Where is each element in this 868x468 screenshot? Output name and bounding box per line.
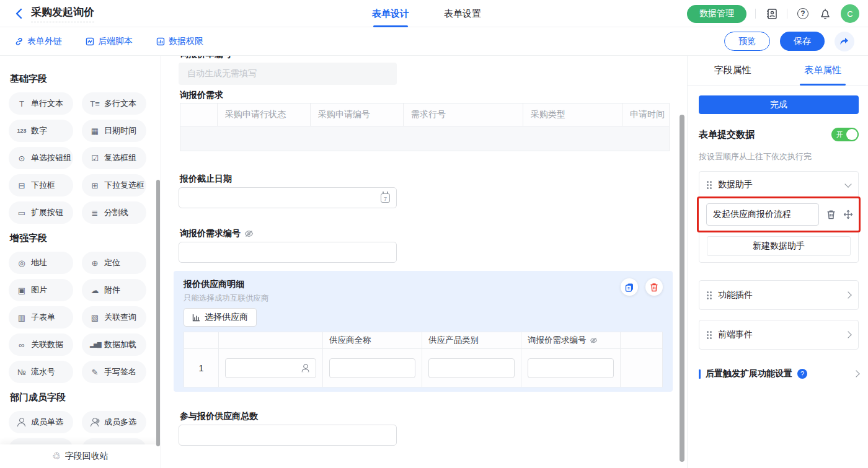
new-data-assistant-button[interactable]: 新建数据助手 — [707, 236, 851, 256]
bell-icon[interactable] — [818, 7, 832, 20]
field-item-signature[interactable]: ✎手写签名 — [82, 361, 146, 383]
chevron-right-icon[interactable] — [844, 331, 851, 338]
tab-form-settings[interactable]: 表单设置 — [444, 0, 481, 27]
button-icon: ▭ — [17, 208, 27, 218]
field-item-data-load[interactable]: ▂▅▇数据加载 — [82, 333, 146, 356]
tab-form-properties[interactable]: 表单属性 — [778, 56, 868, 85]
persons-icon — [90, 418, 100, 426]
submit-data-toggle[interactable]: 开 — [831, 128, 859, 141]
field-item-multi-text[interactable]: T≡多行文本 — [82, 92, 146, 115]
contacts-icon[interactable] — [764, 7, 778, 20]
header-tabs: 表单设计 表单设置 — [372, 0, 481, 27]
field-item-address[interactable]: ◎地址 — [9, 252, 73, 274]
post-trigger-settings[interactable]: 后置触发扩展功能设置 ? — [699, 368, 859, 379]
tab-field-properties[interactable]: 字段属性 — [688, 56, 778, 85]
panel-tabs: 字段属性 表单属性 — [688, 56, 868, 86]
field-item-divider[interactable]: ≣分割线 — [82, 201, 146, 224]
address-icon: ◎ — [17, 258, 27, 268]
canvas-scrollbar[interactable] — [680, 115, 684, 462]
field-item-multi-dropdown[interactable]: ⊞下拉复选框 — [82, 174, 146, 196]
function-plugin-card[interactable]: 功能插件 — [699, 280, 859, 310]
calendar-icon — [381, 193, 390, 203]
field-item-serial-number[interactable]: №流水号 — [9, 361, 73, 383]
product-category-input[interactable] — [428, 358, 515, 378]
frontend-event-card[interactable]: 前端事件 — [699, 320, 859, 350]
data-permission-link[interactable]: 数据权限 — [156, 36, 203, 47]
deadline-date-input[interactable] — [179, 187, 397, 208]
field-item-location[interactable]: ⊕定位 — [82, 252, 146, 274]
chart-icon: ▂▅▇ — [90, 342, 100, 348]
permission-icon — [156, 37, 165, 46]
move-icon[interactable] — [843, 209, 854, 220]
data-assistant-title: 数据助手 — [718, 179, 753, 190]
cloud-icon: ☁ — [90, 286, 100, 295]
back-icon[interactable] — [12, 7, 25, 20]
share-icon[interactable] — [835, 32, 854, 51]
field-item-linked-query[interactable]: ▧关联查询 — [82, 306, 146, 329]
chevron-right-icon[interactable] — [844, 291, 851, 298]
tab-form-design[interactable]: 表单设计 — [372, 0, 409, 27]
checkbox-icon: ☑ — [90, 154, 100, 163]
chevron-down-icon[interactable] — [844, 180, 851, 187]
column-header: 采购类型 — [523, 104, 622, 126]
field-item-checkbox-group[interactable]: ☑复选框组 — [82, 147, 146, 169]
sidebar-scrollbar[interactable] — [156, 180, 160, 446]
section-marker — [699, 369, 701, 379]
request-no-cell-input[interactable] — [528, 358, 614, 378]
chevron-right-icon[interactable] — [852, 370, 859, 377]
field-item-single-text[interactable]: T单行文本 — [9, 92, 73, 115]
field-item-member-multi[interactable]: 成员多选 — [82, 411, 146, 433]
supplier-section-subtitle: 只能选择成功互联供应商 — [184, 293, 663, 304]
drag-handle-icon[interactable] — [707, 291, 712, 299]
help-icon[interactable]: ? — [796, 7, 810, 20]
supplier-detail-section[interactable]: 报价供应商明细 只能选择成功互联供应商 选择供应商 供应商全称 供 — [174, 271, 673, 392]
trash-icon[interactable] — [825, 209, 836, 220]
select-supplier-button[interactable]: 选择供应商 — [184, 308, 257, 327]
field-item-attachment[interactable]: ☁附件 — [82, 279, 146, 301]
function-plugin-label: 功能插件 — [718, 289, 753, 301]
save-button[interactable]: 保存 — [780, 32, 825, 51]
field-recycle-bin[interactable]: ♲ 字段回收站 — [0, 444, 161, 468]
field-item-subform[interactable]: ▥子表单 — [9, 306, 73, 329]
form-designer-app: 采购发起询价 表单设计 表单设置 数据管理 ? C — [0, 0, 868, 468]
avatar[interactable]: C — [841, 4, 859, 23]
field-item-datetime[interactable]: ▦日期时间 — [82, 120, 146, 142]
row-index: 1 — [199, 363, 204, 373]
help-icon[interactable]: ? — [797, 369, 807, 379]
link-icon — [15, 37, 24, 46]
supplier-name-input[interactable] — [329, 358, 415, 378]
field-item-number[interactable]: 123数字 — [9, 120, 73, 142]
field-item-member-single[interactable]: 成员单选 — [9, 411, 73, 433]
field-item-extend-button[interactable]: ▭扩展按钮 — [9, 201, 73, 224]
query-icon: ▧ — [90, 313, 100, 322]
recycle-icon: ♲ — [52, 451, 60, 462]
assistant-flow-item[interactable]: 发起供应商报价流程 — [706, 203, 819, 226]
page-title[interactable]: 采购发起询价 — [31, 5, 94, 22]
field-item-dropdown[interactable]: ⊟下拉框 — [9, 174, 73, 196]
preview-button[interactable]: 预览 — [724, 32, 770, 51]
deadline-field-label: 报价截止日期 — [180, 174, 232, 185]
enhanced-field-list: ◎地址 ⊕定位 ▣图片 ☁附件 ▥子表单 ▧关联查询 ∞关联数据 ▂▅▇数据加载… — [9, 252, 153, 383]
field-item-image[interactable]: ▣图片 — [9, 279, 73, 301]
drag-handle-icon[interactable] — [707, 331, 712, 339]
copy-icon[interactable] — [621, 278, 638, 296]
data-assistant-card: 数据助手 发起供应商报价流程 新建数据助手 — [699, 171, 859, 263]
serial-icon: № — [17, 368, 27, 377]
auto-generate-input[interactable]: 自动生成无需填写 — [179, 63, 397, 85]
done-button[interactable]: 完成 — [699, 95, 859, 114]
field-item-linked-data[interactable]: ∞关联数据 — [9, 333, 73, 356]
form-external-link[interactable]: 表单外链 — [15, 36, 62, 47]
field-item-radio-group[interactable]: ⊙单选按钮组 — [9, 147, 73, 169]
trash-icon[interactable] — [645, 278, 663, 296]
data-manage-button[interactable]: 数据管理 — [687, 5, 746, 23]
total-suppliers-input[interactable] — [179, 425, 397, 446]
column-header — [219, 332, 323, 348]
multi-dropdown-icon: ⊞ — [90, 181, 100, 190]
request-no-input[interactable] — [179, 242, 397, 263]
backend-script-link[interactable]: 后端脚本 — [86, 36, 133, 47]
pen-icon: ✎ — [90, 368, 100, 377]
supplier-subform-table: 供应商全称 供应产品类别 询报价需求编号 1 — [184, 332, 663, 387]
drag-handle-icon[interactable] — [707, 181, 712, 189]
request-table[interactable]: 采购申请行状态 采购申请编号 需求行号 采购类型 申请时间 — [180, 103, 670, 151]
supplier-picker-input[interactable] — [225, 358, 316, 378]
